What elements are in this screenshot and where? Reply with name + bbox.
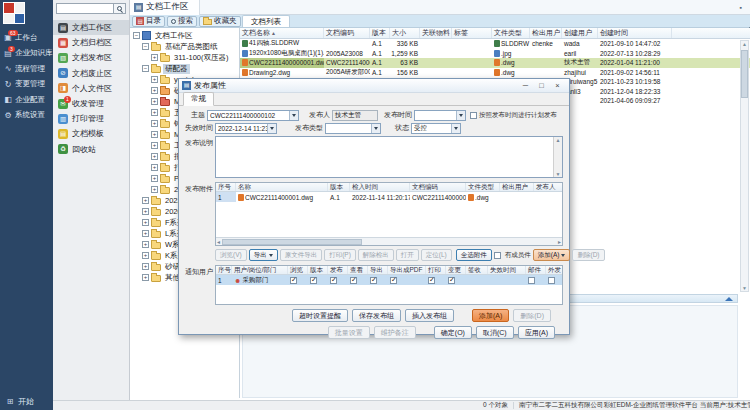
column-header[interactable]: 文档名称▲ bbox=[240, 28, 324, 38]
permission-checkbox[interactable] bbox=[390, 277, 397, 284]
search-button[interactable] bbox=[114, 3, 126, 14]
expand-icon[interactable]: + bbox=[151, 109, 158, 116]
expand-icon[interactable]: + bbox=[151, 120, 158, 127]
dialog-titlebar[interactable]: ▤ 发布属性 ─ □ × bbox=[179, 79, 569, 93]
column-header[interactable]: 创建时间 bbox=[598, 28, 672, 38]
expand-icon[interactable]: + bbox=[142, 219, 149, 226]
module-nav-item[interactable]: ▧文档发布区 bbox=[53, 50, 129, 65]
tab-search[interactable]: 搜索 bbox=[167, 16, 197, 27]
scroll-down-arrow[interactable]: ▼ bbox=[741, 285, 748, 291]
column-header[interactable]: 创建用户 bbox=[562, 28, 598, 38]
dialog-button[interactable]: 应用(A) bbox=[518, 326, 555, 339]
textarea-scrollbar[interactable]: ▲▼ bbox=[553, 137, 562, 177]
expand-icon[interactable]: + bbox=[142, 230, 149, 237]
dialog-button[interactable]: 添加(A) bbox=[472, 309, 509, 322]
column-header[interactable]: 文档编码 bbox=[324, 28, 370, 38]
expand-icon[interactable]: + bbox=[151, 76, 158, 83]
column-header[interactable]: 文件类型 bbox=[492, 28, 530, 38]
dropdown-arrow-icon[interactable] bbox=[267, 124, 276, 133]
module-nav-item[interactable]: ▦文档归档区 bbox=[53, 35, 129, 50]
dialog-button[interactable]: 插入发布组 bbox=[405, 309, 454, 322]
scrollbar-thumb[interactable] bbox=[741, 50, 748, 98]
sidebar-item[interactable]: ▣63工作台 bbox=[0, 30, 53, 46]
start-button[interactable]: ⊞ 开始 bbox=[0, 396, 53, 407]
column-header[interactable]: 版本 bbox=[370, 28, 390, 38]
mail-checkbox[interactable] bbox=[528, 277, 535, 284]
module-nav-item[interactable]: ◨个人文件区 bbox=[53, 81, 129, 96]
module-nav-item[interactable]: ▤文档工作区 bbox=[53, 20, 129, 35]
expand-icon[interactable]: + bbox=[142, 263, 149, 270]
expand-icon[interactable]: + bbox=[151, 87, 158, 94]
sidebar-item[interactable]: ▤3企业知识库 bbox=[0, 46, 53, 62]
module-nav-item[interactable]: ▥打印管理 bbox=[53, 111, 129, 126]
tab-general[interactable]: 常规 bbox=[183, 92, 214, 106]
maximize-button[interactable]: □ bbox=[537, 81, 546, 90]
tab-file-list[interactable]: 文档列表 bbox=[242, 15, 290, 27]
sidebar-item[interactable]: ∿流程管理 bbox=[0, 61, 53, 77]
expand-icon[interactable]: + bbox=[151, 164, 158, 171]
publish-time-combo[interactable] bbox=[414, 110, 466, 121]
permission-checkbox[interactable] bbox=[290, 277, 297, 284]
tab-doc-workspace[interactable]: ▤ 文档工作区 bbox=[130, 0, 200, 15]
collapse-icon[interactable]: − bbox=[133, 32, 140, 39]
file-row[interactable]: CWC22111400000001.dwgCWC22111400000003A.… bbox=[240, 58, 750, 68]
dropdown-arrow-icon[interactable] bbox=[371, 124, 380, 133]
expand-icon[interactable]: + bbox=[151, 54, 158, 61]
expand-icon[interactable]: + bbox=[151, 98, 158, 105]
search-input[interactable] bbox=[56, 3, 114, 14]
expand-icon[interactable]: + bbox=[142, 274, 149, 281]
collapse-icon[interactable]: − bbox=[142, 65, 149, 72]
module-nav-item[interactable]: ♻回收站 bbox=[53, 142, 129, 157]
permission-checkbox[interactable] bbox=[370, 277, 377, 284]
file-row[interactable]: 1920x1080电脑桌面(1)(1).jpg2005A23008A.11,25… bbox=[240, 49, 750, 59]
module-nav-item[interactable]: ⊘文档废止区 bbox=[53, 66, 129, 81]
column-header[interactable]: 检出用户 bbox=[530, 28, 562, 38]
expand-icon[interactable]: + bbox=[151, 153, 158, 160]
pin-icon[interactable]: ▪ bbox=[740, 4, 742, 11]
tree-node[interactable]: −研配器 bbox=[130, 63, 239, 74]
tree-node[interactable]: −基础产品类图纸 bbox=[130, 41, 239, 52]
dialog-button[interactable]: 保存发布组 bbox=[352, 309, 401, 322]
dialog-button[interactable]: 取消(C) bbox=[476, 326, 514, 339]
attachment-row[interactable]: 1CWC22111400001.dwgA.12022-11-14 11:20:1… bbox=[216, 192, 562, 202]
tree-node[interactable]: +311-100(双压器) bbox=[130, 52, 239, 63]
hscroll-thumb[interactable] bbox=[222, 239, 362, 245]
module-nav-item[interactable]: ✉1收发管理 bbox=[53, 96, 129, 111]
expand-icon[interactable]: + bbox=[142, 208, 149, 215]
expire-combo[interactable]: 2022-12-14 11:23 bbox=[215, 123, 277, 134]
permission-checkbox[interactable] bbox=[310, 277, 317, 284]
dialog-button[interactable]: 超时设置提醒 bbox=[292, 309, 348, 322]
sidebar-item[interactable]: ◧企业配置 bbox=[0, 92, 53, 108]
tree-node[interactable]: −文档工作区 bbox=[130, 30, 239, 41]
tab-favorites[interactable]: 收藏夹 bbox=[199, 16, 241, 27]
column-header[interactable]: 大小 bbox=[390, 28, 420, 38]
select-all-attachments-button[interactable]: 全选附件 bbox=[456, 249, 492, 261]
file-row[interactable]: 41四轴.SLDDRWA.1336 KBSLDDRWchenkewada2021… bbox=[240, 39, 750, 49]
expand-icon[interactable]: + bbox=[151, 142, 158, 149]
expand-icon[interactable]: + bbox=[151, 186, 158, 193]
external-checkbox[interactable] bbox=[548, 277, 555, 284]
schedule-checkbox[interactable] bbox=[470, 112, 477, 119]
dropdown-arrow-icon[interactable] bbox=[289, 111, 298, 120]
attachment-action-button[interactable]: 导出 bbox=[249, 249, 278, 261]
close-button[interactable]: × bbox=[553, 81, 562, 90]
tab-directory[interactable]: ▤ 目录 bbox=[132, 16, 165, 27]
attachments-hscrollbar[interactable]: ◄► bbox=[216, 237, 562, 245]
dialog-button[interactable]: 确定(O) bbox=[434, 326, 472, 339]
permission-checkbox[interactable] bbox=[330, 277, 337, 284]
publish-type-combo[interactable] bbox=[325, 123, 381, 134]
description-textarea[interactable]: ▲▼ bbox=[215, 136, 563, 178]
column-header[interactable]: 关联物料 bbox=[420, 28, 452, 38]
dropdown-arrow-icon[interactable] bbox=[451, 124, 460, 133]
subject-combo[interactable]: CWC22111400000102 bbox=[207, 110, 299, 121]
sidebar-item[interactable]: ⚙系统设置 bbox=[0, 108, 53, 124]
module-nav-item[interactable]: ▤文档模板 bbox=[53, 126, 129, 141]
expand-icon[interactable]: + bbox=[151, 175, 158, 182]
dropdown-arrow-icon[interactable] bbox=[456, 111, 465, 120]
expand-icon[interactable]: + bbox=[142, 241, 149, 248]
permission-checkbox[interactable] bbox=[448, 277, 455, 284]
doc-status-combo[interactable]: 受控 bbox=[411, 123, 461, 134]
permission-checkbox[interactable] bbox=[350, 277, 357, 284]
file-row[interactable]: Drawing2.dwg2005A研发部00007A.1156 KB.dwgzh… bbox=[240, 68, 750, 78]
column-header[interactable]: 标签 bbox=[452, 28, 492, 38]
